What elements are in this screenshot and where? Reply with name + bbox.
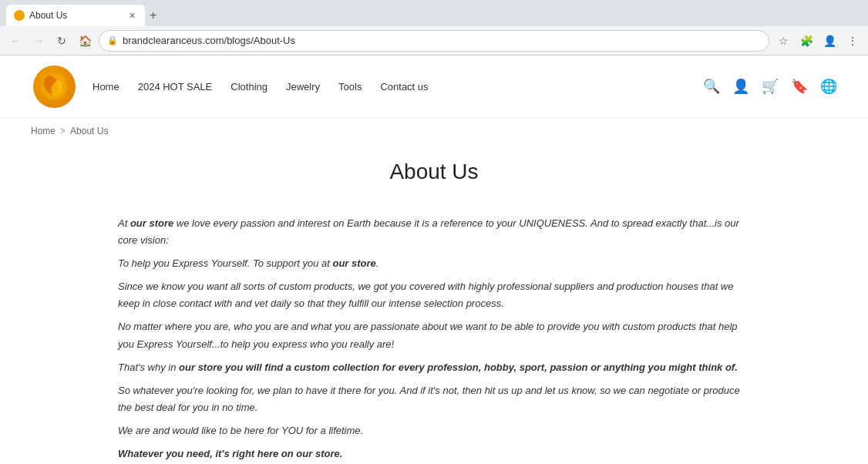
header-actions: 🔍 👤 🛒 🔖 🌐 [703, 78, 837, 95]
breadcrumb-home[interactable]: Home [31, 126, 56, 136]
language-button[interactable]: 🌐 [820, 78, 837, 95]
nav-contact[interactable]: Contact us [380, 81, 428, 92]
tab-title: About Us [29, 10, 123, 21]
menu-button[interactable]: ⋮ [843, 32, 862, 50]
active-tab[interactable]: About Us ✕ [6, 5, 145, 26]
home-button[interactable]: 🏠 [76, 32, 94, 50]
site-header: Home 2024 HOT SALE Clothing Jewelry Tool… [0, 55, 868, 118]
back-button[interactable]: ← [6, 32, 25, 50]
site-logo[interactable] [31, 63, 77, 109]
breadcrumb-current: About Us [70, 126, 108, 136]
browser-window: About Us ✕ + ← → ↻ 🏠 🔒 ☆ 🧩 👤 ⋮ [0, 0, 868, 464]
paragraph-7: We are and would like to be here for YOU… [118, 422, 750, 439]
browser-action-buttons: ☆ 🧩 👤 ⋮ [774, 32, 862, 50]
forward-button[interactable]: → [29, 32, 48, 50]
extensions-button[interactable]: 🧩 [797, 32, 816, 50]
nav-clothing[interactable]: Clothing [230, 81, 267, 92]
browser-controls-bar: ← → ↻ 🏠 🔒 ☆ 🧩 👤 ⋮ [0, 26, 868, 55]
paragraph-1: At our store we love every passion and i… [118, 215, 750, 249]
tab-bar: About Us ✕ + [0, 0, 868, 26]
page-title: About Us [118, 160, 750, 192]
search-button[interactable]: 🔍 [703, 78, 720, 95]
nav-hot-sale[interactable]: 2024 HOT SALE [138, 81, 213, 92]
main-navigation: Home 2024 HOT SALE Clothing Jewelry Tool… [93, 81, 703, 92]
wishlist-button[interactable]: 🔖 [791, 78, 808, 95]
paragraph-6: So whatever you're looking for, we plan … [118, 382, 750, 416]
paragraph-4: No matter where you are, who you are and… [118, 318, 750, 352]
bookmark-button[interactable]: ☆ [774, 32, 792, 50]
account-button[interactable]: 👤 [732, 78, 749, 95]
nav-tools[interactable]: Tools [338, 81, 362, 92]
close-tab-button[interactable]: ✕ [127, 11, 137, 21]
paragraph-8: Whatever you need, it's right here on ou… [118, 446, 750, 462]
address-bar-container: 🔒 [99, 30, 769, 52]
nav-home[interactable]: Home [93, 81, 119, 92]
paragraph-5: That's why in our store you will find a … [118, 359, 750, 376]
profile-button[interactable]: 👤 [820, 32, 839, 50]
cart-button[interactable]: 🛒 [762, 78, 779, 95]
logo-icon [33, 66, 76, 108]
address-input[interactable] [123, 35, 761, 46]
content-body: At our store we love every passion and i… [118, 215, 750, 464]
paragraph-2: To help you Express Yourself. To support… [118, 255, 750, 272]
breadcrumb-separator: > [60, 126, 66, 136]
nav-jewelry[interactable]: Jewelry [286, 81, 320, 92]
tab-favicon [14, 10, 25, 21]
main-content: About Us At our store we love every pass… [87, 144, 781, 464]
lock-icon: 🔒 [107, 35, 118, 45]
website-content: Home 2024 HOT SALE Clothing Jewelry Tool… [0, 55, 868, 464]
new-tab-button[interactable]: + [145, 8, 161, 22]
breadcrumb: Home > About Us [0, 118, 868, 144]
paragraph-3: Since we know you want all sorts of cust… [118, 278, 750, 312]
reload-button[interactable]: ↻ [52, 32, 71, 50]
